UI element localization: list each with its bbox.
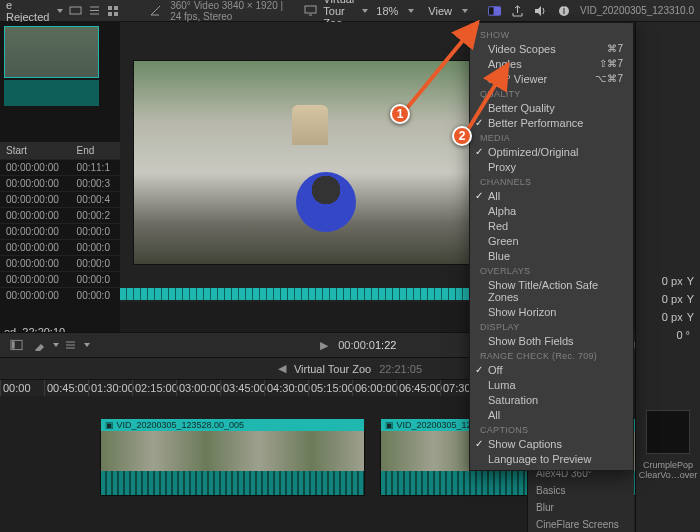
menu-item[interactable]: Show Both Fields <box>470 333 633 348</box>
tc-gray: 00:00:0 <box>338 339 375 351</box>
ruler-tick: 03:00:00 <box>176 380 220 396</box>
trim-icon[interactable] <box>64 339 77 352</box>
list-row[interactable]: 00:00:00:0000:00:2 <box>0 208 120 224</box>
cell-start: 00:00:00:00 <box>0 272 71 288</box>
list-row[interactable]: 00:00:00:0000:00:3 <box>0 176 120 192</box>
menu-header: MEDIA <box>470 130 633 144</box>
menu-item[interactable]: Red <box>470 218 633 233</box>
cell-end: 00:00:0 <box>71 224 120 240</box>
menu-item-label: Red <box>488 220 508 232</box>
viewer-audio-strip <box>120 288 500 300</box>
menu-item[interactable]: Better Performance <box>470 115 633 130</box>
chevron-down-icon[interactable] <box>362 9 368 13</box>
list-view-icon[interactable] <box>88 4 101 17</box>
angle-icon[interactable] <box>149 4 162 17</box>
menu-item-label: Angles <box>488 58 522 70</box>
menu-item-label: Luma <box>488 379 516 391</box>
ruler-tick: 06:00:00 <box>352 380 396 396</box>
list-row[interactable]: 00:00:00:0000:00:0 <box>0 240 120 256</box>
menu-item-label: Alpha <box>488 205 516 217</box>
menu-item-label: Green <box>488 235 519 247</box>
list-row[interactable]: 00:00:00:0000:00:0 <box>0 224 120 240</box>
cell-start: 00:00:00:00 <box>0 256 71 272</box>
menu-item[interactable]: Green <box>470 233 633 248</box>
effects-category[interactable]: Basics <box>528 482 634 499</box>
chevron-down-icon[interactable] <box>57 9 63 13</box>
menu-item[interactable]: Video Scopes⌘7 <box>470 41 633 56</box>
list-row[interactable]: 00:00:00:0000:00:0 <box>0 272 120 288</box>
effects-category[interactable]: Blur <box>528 499 634 516</box>
viewer[interactable] <box>120 22 500 302</box>
svg-rect-1 <box>108 6 112 10</box>
menu-item[interactable]: Better Quality <box>470 100 633 115</box>
view-dropdown-menu: SHOWVideo Scopes⌘7Angles⇧⌘7360° Viewer⌥⌘… <box>469 22 634 471</box>
tc-active: 1:22 <box>375 339 396 351</box>
clip-appearance-icon[interactable] <box>69 4 82 17</box>
menu-item-label: Off <box>488 364 502 376</box>
svg-rect-4 <box>114 12 118 16</box>
menu-item[interactable]: Proxy <box>470 159 633 174</box>
cell-start: 00:00:00:00 <box>0 240 71 256</box>
inspector-row[interactable]: 0 pxY <box>636 308 700 326</box>
inspector-row[interactable]: 0 ° <box>636 326 700 344</box>
timeline-duration: 22:21:05 <box>379 363 422 375</box>
menu-item[interactable]: Show Horizon <box>470 304 633 319</box>
list-row[interactable]: 00:00:00:0000:00:0 <box>0 288 120 304</box>
menu-item[interactable]: All <box>470 407 633 422</box>
chevron-down-icon[interactable] <box>408 9 414 13</box>
menu-item[interactable]: All <box>470 188 633 203</box>
svg-rect-0 <box>70 7 81 14</box>
menu-item-label: All <box>488 190 500 202</box>
menu-item[interactable]: Angles⇧⌘7 <box>470 56 633 71</box>
grid-view-icon[interactable] <box>107 4 120 17</box>
timeline-name[interactable]: Virtual Tour Zoo <box>294 363 371 375</box>
effects-category[interactable]: CineFlare Screens <box>528 516 634 532</box>
view-menu-button[interactable]: View <box>428 5 452 17</box>
menu-shortcut: ⌥⌘7 <box>595 73 623 84</box>
cell-start: 00:00:00:00 <box>0 288 71 304</box>
menu-item-label: Show Horizon <box>488 306 556 318</box>
cell-end: 00:00:0 <box>71 240 120 256</box>
effect-preset-thumb[interactable] <box>646 410 690 454</box>
list-row[interactable]: 00:00:00:0000:00:0 <box>0 256 120 272</box>
menu-item[interactable]: Show Title/Action Safe Zones <box>470 277 633 304</box>
share-icon[interactable] <box>511 4 524 17</box>
clip-thumbnail[interactable] <box>4 26 99 78</box>
inspector-row[interactable]: 0 pxY <box>636 272 700 290</box>
ruler-tick: 00:00 <box>0 380 44 396</box>
info-icon[interactable]: i <box>557 4 570 17</box>
menu-item[interactable]: Saturation <box>470 392 633 407</box>
chevron-down-icon[interactable] <box>462 9 468 13</box>
timeline-clip[interactable]: ▣ VID_20200305_123528.00_005 <box>100 430 365 496</box>
menu-item-label: 360° Viewer <box>488 73 547 85</box>
menu-item-label: Show Both Fields <box>488 335 574 347</box>
cell-end: 00:00:0 <box>71 272 120 288</box>
cell-start: 00:00:00:00 <box>0 224 71 240</box>
tool-icon[interactable] <box>33 339 46 352</box>
list-row[interactable]: 00:00:00:0000:11:1 <box>0 160 120 176</box>
layout-toggle-icon[interactable] <box>488 4 501 17</box>
menu-item[interactable]: Luma <box>470 377 633 392</box>
inspector-row[interactable]: 0 pxY <box>636 290 700 308</box>
cell-end: 00:11:1 <box>71 160 120 176</box>
menu-item[interactable]: Show Captions <box>470 436 633 451</box>
index-icon[interactable] <box>10 339 23 352</box>
menu-header: CAPTIONS <box>470 422 633 436</box>
menu-item[interactable]: Off <box>470 362 633 377</box>
col-start[interactable]: Start <box>0 142 71 160</box>
display-icon[interactable] <box>304 4 317 17</box>
menu-item-label: Better Quality <box>488 102 555 114</box>
menu-item[interactable]: Optimized/Original <box>470 144 633 159</box>
menu-item[interactable]: Language to Preview <box>470 451 633 466</box>
menu-item-label: Proxy <box>488 161 516 173</box>
menu-shortcut: ⌘7 <box>607 43 623 54</box>
menu-item[interactable]: 360° Viewer⌥⌘7 <box>470 71 633 86</box>
zoom-label[interactable]: 18% <box>376 5 398 17</box>
menu-item[interactable]: Alpha <box>470 203 633 218</box>
volume-icon[interactable] <box>534 4 547 17</box>
chevron-down-icon[interactable] <box>53 343 59 347</box>
menu-item-label: Blue <box>488 250 510 262</box>
col-end[interactable]: End <box>71 142 120 160</box>
menu-item[interactable]: Blue <box>470 248 633 263</box>
list-row[interactable]: 00:00:00:0000:00:4 <box>0 192 120 208</box>
